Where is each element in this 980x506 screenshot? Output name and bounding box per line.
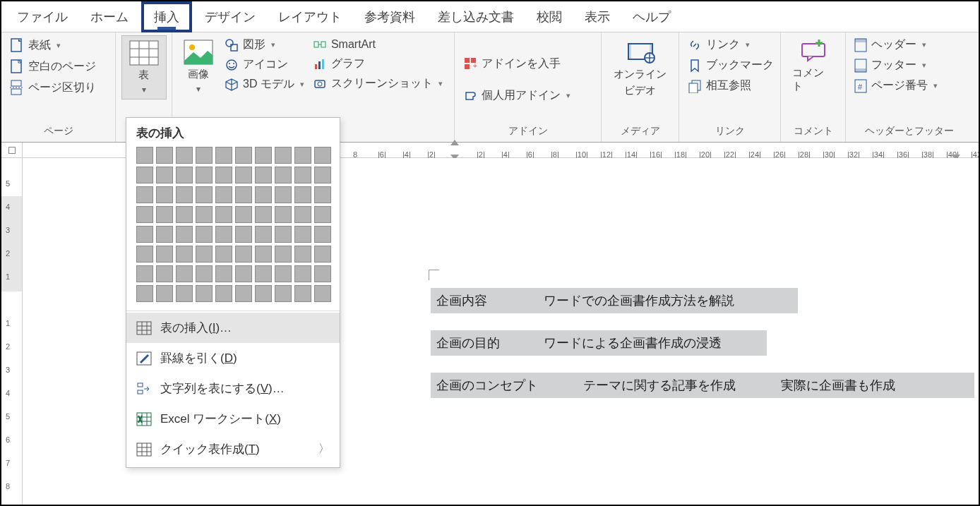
grid-cell[interactable] <box>136 186 153 203</box>
grid-cell[interactable] <box>196 147 213 164</box>
grid-cell[interactable] <box>176 206 193 223</box>
table-size-grid[interactable] <box>126 147 340 309</box>
grid-cell[interactable] <box>176 265 193 282</box>
grid-cell[interactable] <box>255 167 272 183</box>
quick-tables-item[interactable]: クイック表作成(T) 〉 <box>126 434 340 464</box>
grid-cell[interactable] <box>136 206 153 223</box>
tab-design[interactable]: デザイン <box>195 3 265 31</box>
grid-cell[interactable] <box>196 167 213 183</box>
draw-table-item[interactable]: 罫線を引く(D) <box>126 343 340 373</box>
grid-cell[interactable] <box>314 285 331 302</box>
convert-text-item[interactable]: 文字列を表にする(V)… <box>126 373 340 404</box>
grid-cell[interactable] <box>255 186 272 203</box>
tab-help[interactable]: ヘルプ <box>623 3 681 31</box>
grid-cell[interactable] <box>176 147 193 164</box>
grid-cell[interactable] <box>255 147 272 164</box>
grid-cell[interactable] <box>314 265 331 282</box>
grid-cell[interactable] <box>156 206 173 223</box>
grid-cell[interactable] <box>136 147 153 164</box>
grid-cell[interactable] <box>235 186 252 203</box>
grid-cell[interactable] <box>275 206 292 223</box>
grid-cell[interactable] <box>294 206 311 223</box>
grid-cell[interactable] <box>196 285 213 302</box>
grid-cell[interactable] <box>294 226 311 243</box>
grid-cell[interactable] <box>294 167 311 183</box>
grid-cell[interactable] <box>294 265 311 282</box>
grid-cell[interactable] <box>275 167 292 183</box>
grid-cell[interactable] <box>294 285 311 302</box>
header-button[interactable]: ヘッダー▾ <box>850 35 931 54</box>
grid-cell[interactable] <box>156 186 173 203</box>
tab-insert[interactable]: 挿入 <box>141 1 192 32</box>
smartart-button[interactable]: SmartArt <box>309 35 447 54</box>
grid-cell[interactable] <box>136 226 153 243</box>
grid-cell[interactable] <box>196 206 213 223</box>
grid-cell[interactable] <box>176 167 193 183</box>
grid-cell[interactable] <box>294 147 311 164</box>
comment-button[interactable]: コメント <box>785 35 841 97</box>
online-video-button[interactable]: オンライン ビデオ <box>606 35 674 102</box>
icons-button[interactable]: アイコン <box>220 55 309 74</box>
grid-cell[interactable] <box>275 246 292 263</box>
grid-cell[interactable] <box>235 246 252 263</box>
tab-home[interactable]: ホーム <box>80 3 138 31</box>
grid-cell[interactable] <box>196 246 213 263</box>
grid-cell[interactable] <box>215 265 232 282</box>
grid-cell[interactable] <box>314 147 331 164</box>
selection-row-1[interactable]: 企画内容 ワードでの企画書作成方法を解説 <box>431 288 805 313</box>
footer-button[interactable]: フッター▾ <box>850 56 931 75</box>
3d-models-button[interactable]: 3D モデル▾ <box>220 75 309 94</box>
cover-page-button[interactable]: 表紙 ▾ <box>6 35 65 55</box>
grid-cell[interactable] <box>255 246 272 263</box>
page-number-button[interactable]: # ページ番号▾ <box>850 76 942 95</box>
grid-cell[interactable] <box>215 147 232 164</box>
grid-cell[interactable] <box>136 285 153 302</box>
grid-cell[interactable] <box>275 265 292 282</box>
grid-cell[interactable] <box>156 226 173 243</box>
grid-cell[interactable] <box>275 226 292 243</box>
tab-view[interactable]: 表示 <box>575 3 620 31</box>
page-break-button[interactable]: ページ区切り <box>6 78 100 97</box>
grid-cell[interactable] <box>255 265 272 282</box>
grid-cell[interactable] <box>275 285 292 302</box>
grid-cell[interactable] <box>255 206 272 223</box>
grid-cell[interactable] <box>156 246 173 263</box>
grid-cell[interactable] <box>255 226 272 243</box>
cross-reference-button[interactable]: 相互参照 <box>683 76 755 95</box>
grid-cell[interactable] <box>156 167 173 183</box>
grid-cell[interactable] <box>215 285 232 302</box>
grid-cell[interactable] <box>215 246 232 263</box>
grid-cell[interactable] <box>196 226 213 243</box>
grid-cell[interactable] <box>215 206 232 223</box>
grid-cell[interactable] <box>235 265 252 282</box>
grid-cell[interactable] <box>156 147 173 164</box>
grid-cell[interactable] <box>136 246 153 263</box>
selection-row-3[interactable]: 企画のコンセプト テーマに関する記事を作成 実際に企画書も作成 <box>431 373 974 398</box>
grid-cell[interactable] <box>215 186 232 203</box>
grid-cell[interactable] <box>196 186 213 203</box>
grid-cell[interactable] <box>294 246 311 263</box>
grid-cell[interactable] <box>156 285 173 302</box>
screenshot-button[interactable]: スクリーンショット▾ <box>309 74 447 93</box>
grid-cell[interactable] <box>176 226 193 243</box>
grid-cell[interactable] <box>235 206 252 223</box>
vertical-ruler[interactable]: 54321123456789 <box>1 158 23 505</box>
blank-page-button[interactable]: 空白のページ <box>6 56 100 76</box>
grid-cell[interactable] <box>176 186 193 203</box>
tab-mailings[interactable]: 差し込み文書 <box>428 3 524 31</box>
grid-cell[interactable] <box>275 147 292 164</box>
pictures-button[interactable]: 画像 ▾ <box>177 35 220 98</box>
excel-worksheet-item[interactable]: Excel ワークシート(X) <box>126 404 340 434</box>
grid-cell[interactable] <box>294 186 311 203</box>
chart-button[interactable]: グラフ <box>309 54 447 73</box>
table-button[interactable]: 表 ▾ <box>121 35 167 100</box>
tab-file[interactable]: ファイル <box>7 3 78 31</box>
grid-cell[interactable] <box>176 285 193 302</box>
grid-cell[interactable] <box>215 167 232 183</box>
tab-review[interactable]: 校閲 <box>527 3 572 31</box>
grid-cell[interactable] <box>235 147 252 164</box>
grid-cell[interactable] <box>196 265 213 282</box>
grid-cell[interactable] <box>314 206 331 223</box>
grid-cell[interactable] <box>314 226 331 243</box>
get-addins-button[interactable]: + アドインを入手 <box>459 54 565 73</box>
